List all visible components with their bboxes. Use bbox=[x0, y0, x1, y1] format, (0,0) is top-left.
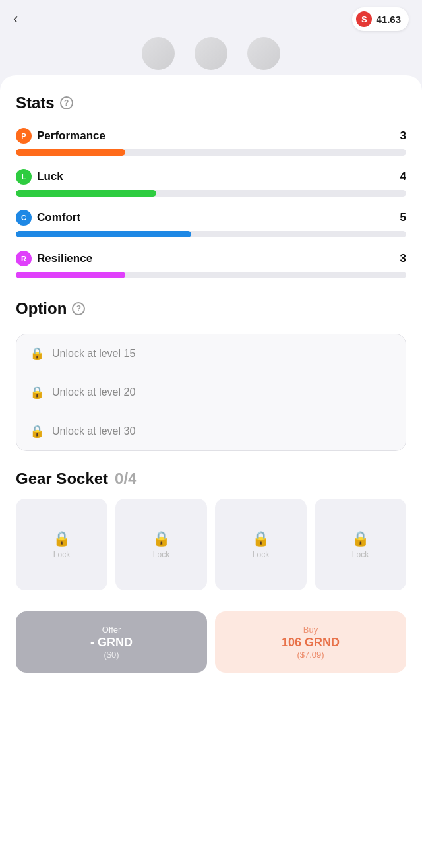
luck-badge: L bbox=[16, 169, 32, 185]
option-help-icon[interactable]: ? bbox=[72, 302, 85, 315]
stats-section: Stats ? P Performance 3 bbox=[16, 94, 406, 278]
gear-slot-lock-3: 🔒 bbox=[252, 530, 270, 547]
performance-badge: P bbox=[16, 128, 32, 144]
comfort-value: 5 bbox=[400, 211, 406, 224]
gear-slot-lock-4: 🔒 bbox=[351, 530, 369, 547]
option-section: Option ? 🔒 Unlock at level 15 🔒 Unlock a… bbox=[16, 299, 406, 451]
stats-title: Stats ? bbox=[16, 94, 406, 112]
buy-button[interactable]: Buy 106 GRND ($7.09) bbox=[215, 611, 406, 673]
gear-section: Gear Socket 0/4 🔒 Lock 🔒 Lock 🔒 Lock 🔒 L… bbox=[16, 470, 406, 590]
gear-title: Gear Socket 0/4 bbox=[16, 470, 406, 488]
resilience-bar-fill bbox=[16, 272, 125, 278]
gear-slot-lock-1: 🔒 bbox=[53, 530, 71, 547]
luck-bar-bg bbox=[16, 190, 406, 197]
back-button[interactable]: ‹ bbox=[13, 11, 18, 28]
comfort-bar-fill bbox=[16, 231, 191, 237]
gear-slot-1[interactable]: 🔒 Lock bbox=[16, 499, 107, 590]
stats-help-icon[interactable]: ? bbox=[60, 96, 73, 109]
resilience-value: 3 bbox=[400, 252, 406, 265]
gear-slot-2[interactable]: 🔒 Lock bbox=[115, 499, 207, 590]
currency-badge: S 41.63 bbox=[352, 7, 409, 31]
gear-slot-lock-2: 🔒 bbox=[152, 530, 170, 547]
luck-value: 4 bbox=[400, 170, 406, 183]
buy-label: Buy bbox=[303, 625, 318, 635]
gear-slot-label-3: Lock bbox=[253, 550, 269, 559]
comfort-label: Comfort bbox=[37, 211, 80, 224]
stat-performance: P Performance 3 bbox=[16, 128, 406, 156]
buy-main: 106 GRND bbox=[282, 636, 340, 650]
resilience-bar-bg bbox=[16, 272, 406, 278]
offer-main: - GRND bbox=[90, 636, 133, 650]
currency-amount: 41.63 bbox=[376, 14, 401, 25]
comfort-badge: C bbox=[16, 210, 32, 226]
bottom-buttons: Offer - GRND ($0) Buy 106 GRND ($7.09) bbox=[16, 611, 406, 686]
option-title: Option ? bbox=[16, 299, 406, 318]
luck-bar-fill bbox=[16, 190, 156, 197]
performance-value: 3 bbox=[400, 129, 406, 142]
option-item-2[interactable]: 🔒 Unlock at level 20 bbox=[16, 373, 406, 412]
resilience-badge: R bbox=[16, 251, 32, 266]
performance-label: Performance bbox=[37, 129, 106, 142]
gear-slot-label-2: Lock bbox=[153, 550, 169, 559]
gear-count: 0/4 bbox=[115, 470, 136, 488]
avatar-2 bbox=[195, 37, 227, 70]
option-text-1: Unlock at level 15 bbox=[52, 348, 135, 359]
option-text-2: Unlock at level 20 bbox=[52, 387, 135, 398]
performance-bar-fill bbox=[16, 149, 125, 156]
gear-slot-4[interactable]: 🔒 Lock bbox=[315, 499, 406, 590]
gear-slot-label-1: Lock bbox=[53, 550, 70, 559]
gear-slots: 🔒 Lock 🔒 Lock 🔒 Lock 🔒 Lock bbox=[16, 499, 406, 590]
lock-icon-3: 🔒 bbox=[30, 424, 44, 439]
comfort-bar-bg bbox=[16, 231, 406, 237]
offer-button[interactable]: Offer - GRND ($0) bbox=[16, 611, 207, 673]
performance-bar-bg bbox=[16, 149, 406, 156]
lock-icon-2: 🔒 bbox=[30, 385, 44, 400]
currency-icon: S bbox=[356, 11, 372, 27]
main-card: Stats ? P Performance 3 bbox=[0, 75, 422, 868]
option-item-1[interactable]: 🔒 Unlock at level 15 bbox=[16, 334, 406, 373]
stat-luck: L Luck 4 bbox=[16, 169, 406, 197]
option-container: 🔒 Unlock at level 15 🔒 Unlock at level 2… bbox=[16, 334, 406, 451]
avatar-row bbox=[0, 37, 422, 75]
offer-sub: ($0) bbox=[104, 650, 119, 660]
luck-label: Luck bbox=[37, 170, 63, 183]
resilience-label: Resilience bbox=[37, 252, 92, 265]
lock-icon-1: 🔒 bbox=[30, 346, 44, 361]
top-bar: ‹ S 41.63 bbox=[0, 0, 422, 37]
stat-resilience: R Resilience 3 bbox=[16, 251, 406, 278]
gear-slot-3[interactable]: 🔒 Lock bbox=[215, 499, 307, 590]
gear-slot-label-4: Lock bbox=[352, 550, 369, 559]
offer-label: Offer bbox=[102, 625, 121, 635]
option-item-3[interactable]: 🔒 Unlock at level 30 bbox=[16, 412, 406, 450]
stat-comfort: C Comfort 5 bbox=[16, 210, 406, 237]
option-text-3: Unlock at level 30 bbox=[52, 425, 135, 437]
avatar-3 bbox=[247, 37, 280, 70]
buy-sub: ($7.09) bbox=[297, 650, 324, 660]
avatar-1 bbox=[142, 37, 175, 70]
